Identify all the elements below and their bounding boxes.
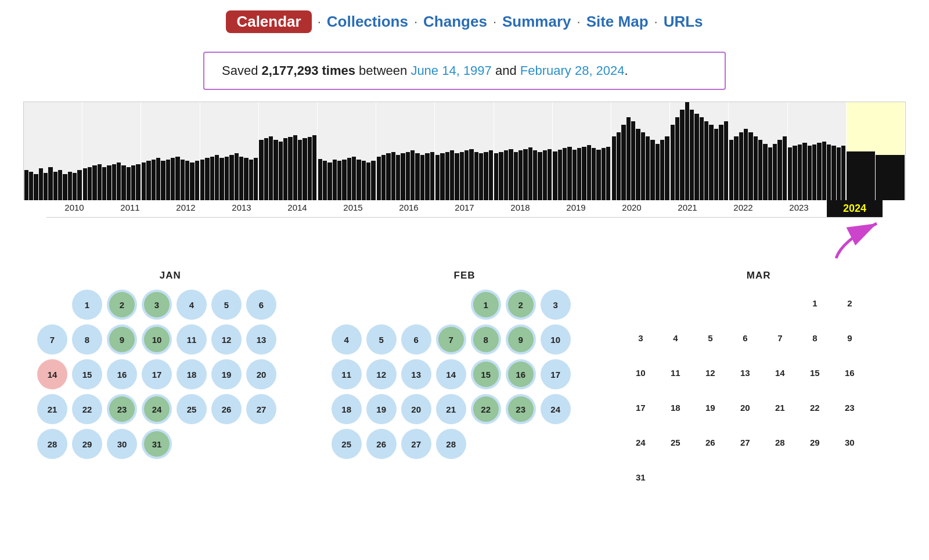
cal-day-18[interactable]: 18 <box>174 357 209 392</box>
cal-day-26[interactable]: 26 <box>693 427 728 458</box>
cal-day-5[interactable]: 5 <box>209 287 244 322</box>
cal-day-1[interactable]: 1 <box>70 287 105 322</box>
year-label-2014[interactable]: 2014 <box>269 200 325 217</box>
cal-day-19[interactable]: 19 <box>209 357 244 392</box>
cal-day-11[interactable]: 11 <box>658 357 693 389</box>
year-label-2012[interactable]: 2012 <box>158 200 214 217</box>
cal-day-26[interactable]: 26 <box>209 392 244 427</box>
year-label-2021[interactable]: 2021 <box>660 200 715 217</box>
year-group-2013[interactable] <box>200 102 259 200</box>
cal-day-12[interactable]: 12 <box>364 357 399 392</box>
cal-day-26[interactable]: 26 <box>364 427 399 461</box>
cal-day-22[interactable]: 22 <box>70 392 105 427</box>
year-group-2011[interactable] <box>82 102 141 200</box>
cal-day-27[interactable]: 27 <box>728 427 762 458</box>
cal-day-16[interactable]: 16 <box>503 357 538 392</box>
cal-day-31[interactable]: 31 <box>623 461 658 493</box>
cal-day-28[interactable]: 28 <box>434 427 469 461</box>
year-label-2020[interactable]: 2020 <box>604 200 660 217</box>
histogram[interactable] <box>23 102 906 200</box>
cal-day-6[interactable]: 6 <box>728 322 762 354</box>
cal-day-8[interactable]: 8 <box>469 322 503 357</box>
year-group-2017[interactable] <box>435 102 494 200</box>
cal-day-27[interactable]: 27 <box>399 427 434 461</box>
cal-day-13[interactable]: 13 <box>399 357 434 392</box>
cal-day-12[interactable]: 12 <box>209 322 244 357</box>
cal-day-4[interactable]: 4 <box>329 322 364 357</box>
cal-day-2[interactable]: 2 <box>105 287 139 322</box>
cal-day-25[interactable]: 25 <box>658 427 693 458</box>
cal-day-18[interactable]: 18 <box>658 392 693 424</box>
cal-day-15[interactable]: 15 <box>469 357 503 392</box>
cal-day-7[interactable]: 7 <box>35 322 70 357</box>
year-group-2015[interactable] <box>318 102 376 200</box>
cal-day-2[interactable]: 2 <box>503 287 538 322</box>
year-label-2017[interactable]: 2017 <box>437 200 492 217</box>
cal-day-31[interactable]: 31 <box>139 427 174 461</box>
cal-day-5[interactable]: 5 <box>364 322 399 357</box>
year-label-2023[interactable]: 2023 <box>771 200 827 217</box>
cal-day-6[interactable]: 6 <box>399 322 434 357</box>
nav-changes[interactable]: Changes <box>423 13 487 31</box>
cal-day-15[interactable]: 15 <box>797 357 832 389</box>
cal-day-17[interactable]: 17 <box>538 357 573 392</box>
cal-day-1[interactable]: 1 <box>797 287 832 319</box>
year-label-2010[interactable]: 2010 <box>46 200 102 217</box>
cal-day-11[interactable]: 11 <box>329 357 364 392</box>
cal-day-30[interactable]: 30 <box>105 427 139 461</box>
info-date2[interactable]: February 28, 2024 <box>520 63 625 78</box>
year-label-2013[interactable]: 2013 <box>214 200 269 217</box>
nav-sitemap[interactable]: Site Map <box>586 13 649 31</box>
cal-day-24[interactable]: 24 <box>623 427 658 458</box>
cal-day-25[interactable]: 25 <box>329 427 364 461</box>
cal-day-23[interactable]: 23 <box>832 392 867 424</box>
year-group-2012[interactable] <box>141 102 200 200</box>
year-label-2015[interactable]: 2015 <box>325 200 381 217</box>
cal-day-21[interactable]: 21 <box>434 392 469 427</box>
cal-day-9[interactable]: 9 <box>832 322 867 354</box>
year-group-2024[interactable] <box>847 102 905 200</box>
cal-day-22[interactable]: 22 <box>797 392 832 424</box>
year-group-2019[interactable] <box>553 102 611 200</box>
cal-day-8[interactable]: 8 <box>797 322 832 354</box>
cal-day-16[interactable]: 16 <box>105 357 139 392</box>
cal-day-6[interactable]: 6 <box>244 287 279 322</box>
year-label-2011[interactable]: 2011 <box>102 200 158 217</box>
year-group-2010[interactable] <box>24 102 82 200</box>
cal-day-20[interactable]: 20 <box>728 392 762 424</box>
cal-day-3[interactable]: 3 <box>139 287 174 322</box>
cal-day-11[interactable]: 11 <box>174 322 209 357</box>
cal-day-10[interactable]: 10 <box>538 322 573 357</box>
cal-day-9[interactable]: 9 <box>503 322 538 357</box>
year-label-2018[interactable]: 2018 <box>492 200 548 217</box>
cal-day-9[interactable]: 9 <box>105 322 139 357</box>
year-group-2021[interactable] <box>670 102 729 200</box>
cal-day-5[interactable]: 5 <box>693 322 728 354</box>
cal-day-22[interactable]: 22 <box>469 392 503 427</box>
cal-day-27[interactable]: 27 <box>244 392 279 427</box>
cal-day-29[interactable]: 29 <box>70 427 105 461</box>
cal-day-14[interactable]: 14 <box>35 357 70 392</box>
cal-day-23[interactable]: 23 <box>503 392 538 427</box>
cal-day-13[interactable]: 13 <box>728 357 762 389</box>
year-group-2022[interactable] <box>729 102 787 200</box>
cal-day-8[interactable]: 8 <box>70 322 105 357</box>
cal-day-14[interactable]: 14 <box>762 357 797 389</box>
year-group-2018[interactable] <box>494 102 553 200</box>
info-date1[interactable]: June 14, 1997 <box>411 63 491 78</box>
cal-day-10[interactable]: 10 <box>623 357 658 389</box>
year-label-2016[interactable]: 2016 <box>381 200 437 217</box>
nav-collections[interactable]: Collections <box>327 13 408 31</box>
cal-day-7[interactable]: 7 <box>762 322 797 354</box>
cal-day-30[interactable]: 30 <box>832 427 867 458</box>
nav-summary[interactable]: Summary <box>502 13 571 31</box>
cal-day-16[interactable]: 16 <box>832 357 867 389</box>
cal-day-7[interactable]: 7 <box>434 322 469 357</box>
year-group-2023[interactable] <box>788 102 847 200</box>
cal-day-4[interactable]: 4 <box>174 287 209 322</box>
cal-day-25[interactable]: 25 <box>174 392 209 427</box>
cal-day-24[interactable]: 24 <box>538 392 573 427</box>
cal-day-12[interactable]: 12 <box>693 357 728 389</box>
cal-day-13[interactable]: 13 <box>244 322 279 357</box>
cal-day-20[interactable]: 20 <box>399 392 434 427</box>
